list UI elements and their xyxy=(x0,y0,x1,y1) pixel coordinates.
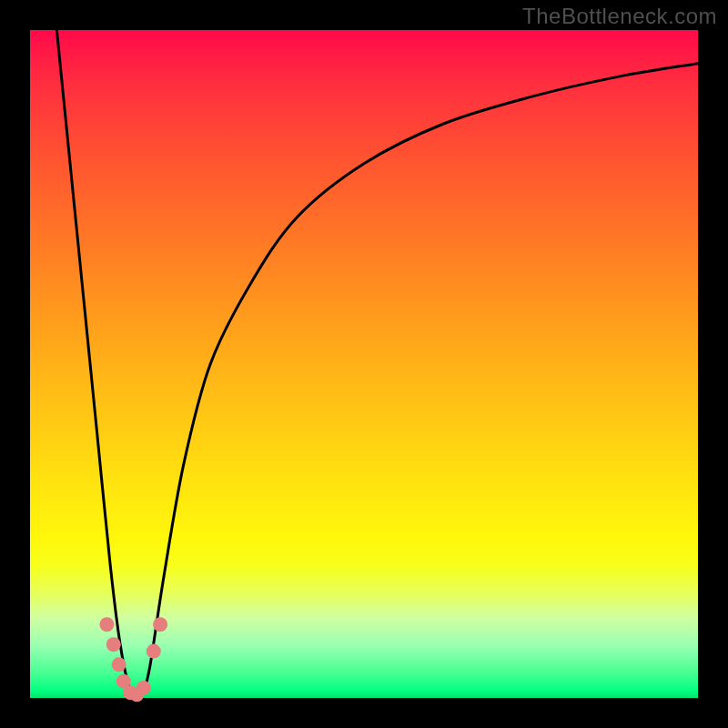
plot-area xyxy=(30,30,698,698)
marker-dot xyxy=(136,681,151,695)
marker-dot xyxy=(147,644,161,659)
watermark-text: TheBottleneck.com xyxy=(522,4,717,29)
chart-frame: TheBottleneck.com xyxy=(0,0,728,728)
marker-dot xyxy=(112,657,126,672)
marker-dot xyxy=(106,637,121,652)
marker-dot xyxy=(153,617,167,632)
bottleneck-curve xyxy=(56,30,698,698)
curve-layer xyxy=(30,30,698,698)
marker-group xyxy=(99,617,167,702)
marker-dot xyxy=(99,617,114,632)
